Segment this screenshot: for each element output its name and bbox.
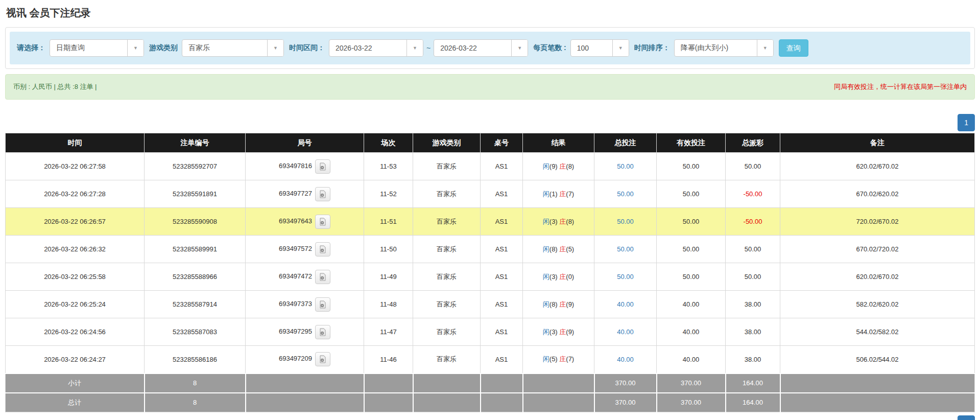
column-header-5: 桌号 bbox=[481, 133, 523, 153]
game-type-label: 游戏类别 bbox=[149, 43, 178, 53]
footer-empty-cell bbox=[364, 374, 413, 393]
query-button[interactable]: 查询 bbox=[779, 39, 808, 57]
footer-empty-cell bbox=[481, 393, 523, 412]
banker-result-label: 庄 bbox=[559, 355, 566, 363]
chevron-down-icon[interactable]: ▼ bbox=[407, 40, 423, 56]
player-result-score: (3) bbox=[549, 218, 560, 225]
chevron-down-icon[interactable]: ▼ bbox=[757, 40, 773, 56]
video-replay-button[interactable] bbox=[315, 352, 330, 366]
time-range-label: 时间区间： bbox=[289, 43, 325, 53]
result: 闲(3) 庄(9) bbox=[523, 318, 594, 346]
query-type-combobox[interactable]: 日期查询 ▼ bbox=[50, 39, 144, 57]
bet-id: 523285586186 bbox=[145, 346, 246, 374]
bet-time: 2026-03-22 06:27:58 bbox=[6, 153, 145, 180]
sort-order-combobox[interactable]: 降幂(由大到小) ▼ bbox=[674, 39, 774, 57]
result: 闲(3) 庄(0) bbox=[523, 263, 594, 291]
result: 闲(5) 庄(7) bbox=[523, 346, 594, 374]
remark: 670.02/720.02 bbox=[780, 236, 975, 263]
banker-result-label: 庄 bbox=[559, 190, 566, 198]
table-header-row: 时间注单编号局号场次游戏类别桌号结果总投注有效投注总派彩备注 bbox=[6, 133, 975, 153]
total-bet-link[interactable]: 50.00 bbox=[617, 218, 634, 225]
total-bet[interactable]: 50.00 bbox=[594, 153, 657, 180]
round-id: 693497816 bbox=[246, 153, 364, 180]
currency-summary-text: 币别 : 人民币 | 总共 :8 注单 | bbox=[13, 82, 97, 91]
footer-empty-cell bbox=[523, 374, 594, 393]
round-id: 693497373 bbox=[246, 291, 364, 318]
chevron-down-icon[interactable]: ▼ bbox=[267, 40, 283, 56]
bet-id: 523285587083 bbox=[145, 318, 246, 346]
total-bet[interactable]: 40.00 bbox=[594, 291, 657, 318]
payout: -50.00 bbox=[726, 208, 780, 236]
round-number: 693497295 bbox=[279, 328, 312, 335]
total-bet[interactable]: 40.00 bbox=[594, 318, 657, 346]
total-bet[interactable]: 50.00 bbox=[594, 208, 657, 236]
chevron-down-icon[interactable]: ▼ bbox=[612, 40, 629, 56]
video-replay-button[interactable] bbox=[315, 297, 330, 312]
game-type: 百家乐 bbox=[413, 236, 481, 263]
video-replay-button[interactable] bbox=[315, 215, 330, 229]
payout: 38.00 bbox=[726, 346, 780, 374]
column-header-9: 总派彩 bbox=[726, 133, 780, 153]
valid-bet: 50.00 bbox=[657, 180, 726, 208]
total-bet-link[interactable]: 50.00 bbox=[617, 273, 634, 281]
footer-payout: 164.00 bbox=[726, 393, 780, 412]
footer-empty-cell bbox=[481, 374, 523, 393]
round-id: 693497572 bbox=[246, 236, 364, 263]
banker-result-label: 庄 bbox=[559, 273, 566, 281]
table-no: AS1 bbox=[481, 180, 523, 208]
valid-bet: 40.00 bbox=[657, 318, 726, 346]
column-header-4: 游戏类别 bbox=[413, 133, 481, 153]
footer-valid-bet: 370.00 bbox=[657, 393, 726, 412]
total-bet[interactable]: 40.00 bbox=[594, 346, 657, 374]
table-no: AS1 bbox=[481, 208, 523, 236]
total-bet-link[interactable]: 50.00 bbox=[617, 245, 634, 253]
page-button-1[interactable]: 1 bbox=[958, 415, 975, 420]
bet-id: 523285590908 bbox=[145, 208, 246, 236]
video-replay-button[interactable] bbox=[315, 270, 330, 284]
round-number: 693497643 bbox=[279, 217, 312, 225]
game-type: 百家乐 bbox=[413, 318, 481, 346]
video-file-icon bbox=[319, 300, 327, 309]
player-result-label: 闲 bbox=[543, 273, 549, 281]
video-file-icon bbox=[319, 273, 327, 281]
date-from-combobox[interactable]: 2026-03-22 ▼ bbox=[329, 39, 423, 57]
total-bet[interactable]: 50.00 bbox=[594, 236, 657, 263]
video-replay-button[interactable] bbox=[315, 325, 330, 339]
page-size-label: 每页笔数 : bbox=[533, 43, 566, 53]
column-header-7: 总投注 bbox=[594, 133, 657, 153]
game-type-combobox[interactable]: 百家乐 ▼ bbox=[182, 39, 284, 57]
footer-label: 总计 bbox=[6, 393, 145, 412]
page-size-combobox[interactable]: 100 ▼ bbox=[570, 39, 629, 57]
total-bet-link[interactable]: 40.00 bbox=[617, 328, 634, 336]
payout: 50.00 bbox=[726, 236, 780, 263]
banker-result-score: (0) bbox=[566, 273, 574, 281]
game-type: 百家乐 bbox=[413, 208, 481, 236]
footer-empty-cell bbox=[246, 374, 364, 393]
total-bet-link[interactable]: 50.00 bbox=[617, 162, 634, 170]
video-file-icon bbox=[319, 190, 327, 198]
round-id: 693497643 bbox=[246, 208, 364, 236]
round-number: 693497816 bbox=[279, 162, 312, 170]
table-no: AS1 bbox=[481, 291, 523, 318]
bet-time: 2026-03-22 06:26:32 bbox=[6, 236, 145, 263]
total-bet[interactable]: 50.00 bbox=[594, 180, 657, 208]
bets-table: 时间注单编号局号场次游戏类别桌号结果总投注有效投注总派彩备注 2026-03-2… bbox=[5, 133, 975, 412]
bet-time: 2026-03-22 06:26:57 bbox=[6, 208, 145, 236]
table-no: AS1 bbox=[481, 346, 523, 374]
table-row: 2026-03-22 06:25:24523285587914693497373… bbox=[6, 291, 975, 318]
banker-result-label: 庄 bbox=[559, 245, 566, 253]
table-no: AS1 bbox=[481, 153, 523, 180]
round-id: 693497727 bbox=[246, 180, 364, 208]
date-to-combobox[interactable]: 2026-03-22 ▼ bbox=[434, 39, 528, 57]
session-no: 11-47 bbox=[364, 318, 413, 346]
total-bet-link[interactable]: 40.00 bbox=[617, 300, 634, 308]
chevron-down-icon[interactable]: ▼ bbox=[127, 40, 144, 56]
video-replay-button[interactable] bbox=[315, 187, 330, 201]
chevron-down-icon[interactable]: ▼ bbox=[511, 40, 528, 56]
total-bet[interactable]: 50.00 bbox=[594, 263, 657, 291]
video-replay-button[interactable] bbox=[315, 159, 330, 174]
page-button-1[interactable]: 1 bbox=[958, 114, 975, 131]
total-bet-link[interactable]: 40.00 bbox=[617, 356, 634, 363]
video-replay-button[interactable] bbox=[315, 242, 330, 256]
total-bet-link[interactable]: 50.00 bbox=[617, 190, 634, 198]
